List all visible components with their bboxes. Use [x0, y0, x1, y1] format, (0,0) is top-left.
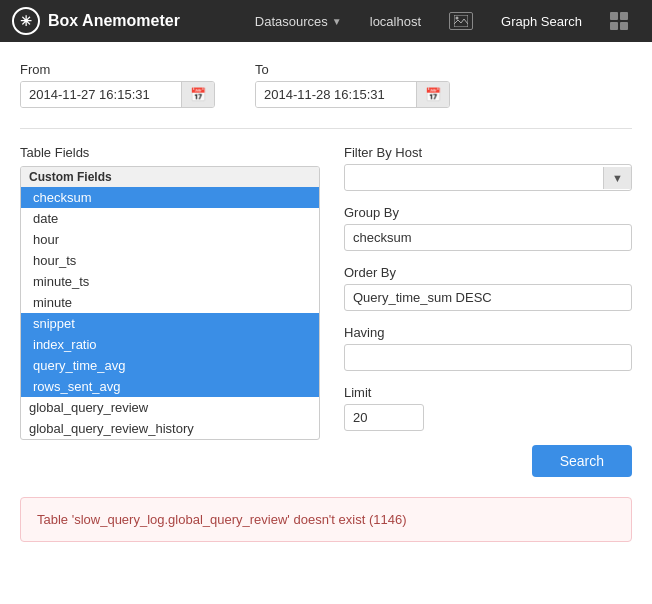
- right-column: Filter By Host ▼ Group By Order By Havin…: [344, 145, 632, 477]
- nav-item-localhost[interactable]: localhost: [358, 8, 433, 35]
- table-fields-label: Table Fields: [20, 145, 320, 160]
- to-calendar-btn[interactable]: 📅: [416, 82, 449, 107]
- left-column: Table Fields Custom Fields checksum date…: [20, 145, 320, 440]
- field-item-query-time-avg[interactable]: query_time_avg: [21, 355, 319, 376]
- image-icon: [449, 12, 473, 30]
- brand-link[interactable]: ✳ Box Anemometer: [12, 7, 180, 35]
- field-item-hour-ts[interactable]: hour_ts: [21, 250, 319, 271]
- filter-by-host-select-wrap: ▼: [344, 164, 632, 191]
- error-box: Table 'slow_query_log.global_query_revie…: [20, 497, 632, 542]
- grid-icon: [610, 12, 628, 30]
- navbar-nav: Datasources ▼ localhost Graph Search: [243, 6, 640, 36]
- navbar: ✳ Box Anemometer Datasources ▼ localhost…: [0, 0, 652, 42]
- group-by-label: Group By: [344, 205, 632, 220]
- nav-datasources-label: Datasources: [255, 14, 328, 29]
- filter-by-host-input[interactable]: [345, 165, 603, 190]
- search-btn-row: Search: [344, 445, 632, 477]
- nav-item-graph-search[interactable]: Graph Search: [489, 8, 594, 35]
- having-group: Having: [344, 325, 632, 371]
- from-label: From: [20, 62, 215, 77]
- limit-label: Limit: [344, 385, 632, 400]
- to-input-wrap: 📅: [255, 81, 450, 108]
- nav-item-grid[interactable]: [598, 6, 640, 36]
- field-item-minute[interactable]: minute: [21, 292, 319, 313]
- limit-input[interactable]: [344, 404, 424, 431]
- brand-name: Box Anemometer: [48, 12, 180, 30]
- brand-icon: ✳: [12, 7, 40, 35]
- having-input[interactable]: [344, 344, 632, 371]
- field-item-date[interactable]: date: [21, 208, 319, 229]
- order-by-label: Order By: [344, 265, 632, 280]
- order-by-group: Order By: [344, 265, 632, 311]
- nav-item-datasources[interactable]: Datasources ▼: [243, 8, 354, 35]
- main-content: From 📅 To 📅 Table Fields Custom Fields c…: [0, 42, 652, 604]
- having-label: Having: [344, 325, 632, 340]
- group-by-input[interactable]: [344, 224, 632, 251]
- nav-graph-search-label: Graph Search: [501, 14, 582, 29]
- svg-point-1: [456, 17, 459, 20]
- to-label: To: [255, 62, 450, 77]
- divider: [20, 128, 632, 129]
- filter-by-host-label: Filter By Host: [344, 145, 632, 160]
- group-by-group: Group By: [344, 205, 632, 251]
- to-input[interactable]: [256, 82, 416, 107]
- to-group: To 📅: [255, 62, 450, 108]
- custom-fields-header: Custom Fields: [21, 167, 319, 187]
- error-message: Table 'slow_query_log.global_query_revie…: [37, 512, 407, 527]
- from-input-wrap: 📅: [20, 81, 215, 108]
- field-item-global-query-review-history[interactable]: global_query_review_history: [21, 418, 319, 439]
- field-item-snippet[interactable]: snippet: [21, 313, 319, 334]
- nav-item-image[interactable]: [437, 6, 485, 36]
- search-button[interactable]: Search: [532, 445, 632, 477]
- main-row: Table Fields Custom Fields checksum date…: [20, 145, 632, 477]
- field-item-rows-sent-avg[interactable]: rows_sent_avg: [21, 376, 319, 397]
- date-row: From 📅 To 📅: [20, 62, 632, 108]
- field-item-checksum[interactable]: checksum: [21, 187, 319, 208]
- field-item-global-query-review[interactable]: global_query_review: [21, 397, 319, 418]
- field-item-hour[interactable]: hour: [21, 229, 319, 250]
- fields-list-box: Custom Fields checksum date hour hour_ts…: [20, 166, 320, 440]
- filter-by-host-dropdown-btn[interactable]: ▼: [603, 167, 631, 189]
- nav-datasources-arrow: ▼: [332, 16, 342, 27]
- field-item-minute-ts[interactable]: minute_ts: [21, 271, 319, 292]
- order-by-input[interactable]: [344, 284, 632, 311]
- limit-group: Limit: [344, 385, 632, 431]
- from-group: From 📅: [20, 62, 215, 108]
- from-calendar-btn[interactable]: 📅: [181, 82, 214, 107]
- nav-localhost-label: localhost: [370, 14, 421, 29]
- from-input[interactable]: [21, 82, 181, 107]
- field-item-index-ratio[interactable]: index_ratio: [21, 334, 319, 355]
- filter-by-host-group: Filter By Host ▼: [344, 145, 632, 191]
